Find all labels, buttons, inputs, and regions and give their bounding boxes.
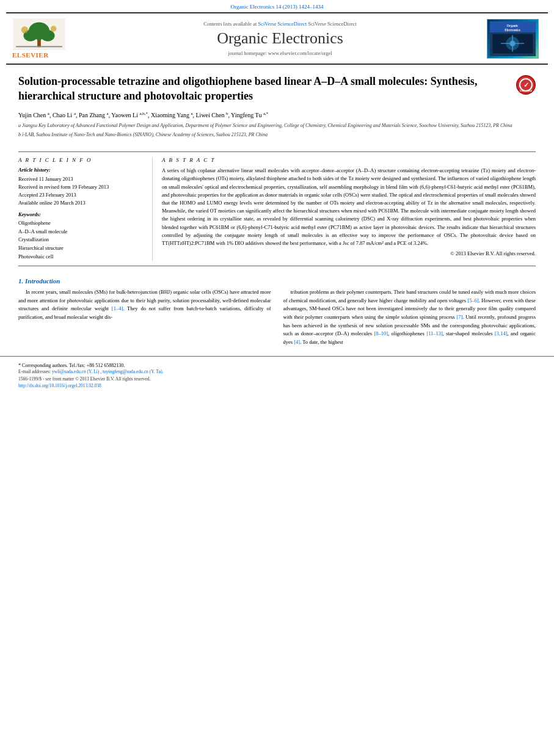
elsevier-logo: ELSEVIER	[12, 18, 73, 59]
journal-homepage-line: journal homepage: www.elsevier.com/locat…	[79, 50, 481, 56]
corresponding-authors-text: * Corresponding authors. Tel./fax: +86 5…	[18, 363, 125, 368]
svg-point-16	[510, 40, 516, 46]
article-info-col: A R T I C L E I N F O Article history: R…	[18, 157, 153, 261]
page-footer: * Corresponding authors. Tel./fax: +86 5…	[0, 356, 554, 393]
intro-section-title: 1. Introduction	[18, 277, 536, 285]
introduction-section: 1. Introduction In recent years, small m…	[0, 271, 554, 350]
journal-cover-area: Organic Electronics	[487, 19, 542, 59]
email-label: E-mail addresses:	[18, 369, 51, 374]
keywords-label: Keywords:	[18, 211, 143, 217]
ref-11-13: [11–13]	[426, 330, 443, 336]
abstract-body: A series of high coplanar alternative li…	[162, 167, 536, 258]
svg-point-6	[51, 26, 56, 31]
elsevier-logo-area: ELSEVIER	[12, 18, 73, 59]
ref-4: [4]	[294, 339, 300, 345]
sciverse-link[interactable]: SciVerse ScienceDirect	[258, 21, 307, 27]
abstract-col: A B S T R A C T A series of high coplana…	[153, 157, 536, 261]
svg-rect-7	[16, 46, 62, 47]
ref-7: [7]	[456, 314, 462, 320]
keyword-5: Photovoltaic cell	[18, 253, 143, 261]
article-info-abstract: A R T I C L E I N F O Article history: R…	[0, 157, 554, 261]
intro-para-1-left: In recent years, small molecules (SMs) f…	[18, 288, 271, 321]
abstract-title: A B S T R A C T	[162, 157, 536, 163]
section-divider	[18, 151, 536, 152]
keyword-1: Oligothiophene	[18, 219, 143, 228]
journal-name-heading: Organic Electronics	[79, 29, 481, 48]
ref-5-6: [5–6]	[467, 297, 478, 303]
crossmark-icon: ✓ CrossMark	[516, 75, 536, 95]
intro-divider	[18, 266, 536, 266]
svg-point-5	[21, 26, 28, 33]
svg-text:Organic: Organic	[507, 24, 519, 27]
svg-rect-1	[37, 38, 41, 47]
journal-reference-bar: Organic Electronics 14 (2013) 1424–1434	[0, 0, 554, 12]
article-title: Solution-processable tetrazine and oligo…	[18, 74, 536, 104]
copyright-notice: © 2013 Elsevier B.V. All rights reserved…	[162, 250, 536, 258]
intro-para-1-right: tribution problems as their polymer coun…	[283, 288, 536, 346]
elsevier-brand-text: ELSEVIER	[12, 51, 49, 59]
sciverse-line: Contents lists available at SciVerse Sci…	[79, 21, 481, 27]
abstract-text-content: A series of high coplanar alternative li…	[162, 167, 536, 246]
history-label: Article history:	[18, 167, 143, 173]
svg-text:CrossMark: CrossMark	[520, 89, 533, 92]
received-revised-date: Received in revised form 19 February 201…	[18, 183, 143, 191]
journal-header: ELSEVIER Contents lists available at Sci…	[6, 12, 548, 65]
available-online-date: Available online 20 March 2013	[18, 199, 143, 207]
svg-point-4	[41, 30, 55, 42]
issn-text: 1566-1199/$ - see front matter © 2013 El…	[18, 376, 151, 382]
intro-two-col: In recent years, small molecules (SMs) f…	[18, 288, 536, 350]
article-title-section: ✓ CrossMark Solution-processable tetrazi…	[0, 65, 554, 147]
email-addresses-line: E-mail addresses: ywli@suda.edu.cn (Y. L…	[18, 368, 536, 375]
crossmark-badge: ✓ CrossMark	[516, 75, 536, 95]
received-date: Received 11 January 2013	[18, 175, 143, 183]
email-2-link[interactable]: tuyingfeng@suda.edu.cn (Y. Tu).	[103, 369, 164, 374]
doi-line: http://dx.doi.org/10.1016/j.orgel.2013.0…	[18, 382, 536, 389]
affiliation-a: a Jiangsu Key Laboratory of Advanced Fun…	[18, 122, 536, 129]
sciverse-text: SciVerse ScienceDirect	[308, 21, 357, 27]
doi-link[interactable]: http://dx.doi.org/10.1016/j.orgel.2013.0…	[18, 383, 101, 388]
keyword-4: Hierarchical structure	[18, 244, 143, 253]
svg-text:Electronics: Electronics	[505, 28, 520, 32]
intro-col-right: tribution problems as their polymer coun…	[283, 288, 536, 350]
intro-col-left: In recent years, small molecules (SMs) f…	[18, 288, 271, 350]
ref-1-4: [1–4]	[112, 305, 123, 311]
corresponding-author-note: * Corresponding authors. Tel./fax: +86 5…	[18, 363, 536, 368]
keyword-2: A–D–A small molecule	[18, 228, 143, 236]
journal-reference-text: Organic Electronics 14 (2013) 1424–1434	[231, 4, 324, 10]
keyword-3: Crystallization	[18, 236, 143, 244]
affiliation-b: b i-LAB, Suzhou Institute of Nano-Tech a…	[18, 131, 536, 138]
elsevier-tree-graphic	[12, 18, 66, 50]
accepted-date: Accepted 23 February 2013	[18, 191, 143, 199]
svg-text:✓: ✓	[523, 81, 529, 89]
authors-line: Yujin Chen a, Chao Li a, Pan Zhang a, Ya…	[18, 111, 536, 118]
journal-cover-image: Organic Electronics	[487, 19, 539, 59]
article-info-title: A R T I C L E I N F O	[18, 157, 143, 163]
issn-note: 1566-1199/$ - see front matter © 2013 El…	[18, 376, 536, 382]
ref-8-10: [8–10]	[374, 330, 388, 336]
email-1-link[interactable]: ywli@suda.edu.cn (Y. Li)	[52, 369, 99, 374]
journal-header-center: Contents lists available at SciVerse Sci…	[79, 21, 481, 56]
ref-3-14: [3,14]	[495, 330, 508, 336]
page-wrapper: Organic Electronics 14 (2013) 1424–1434	[0, 0, 554, 393]
